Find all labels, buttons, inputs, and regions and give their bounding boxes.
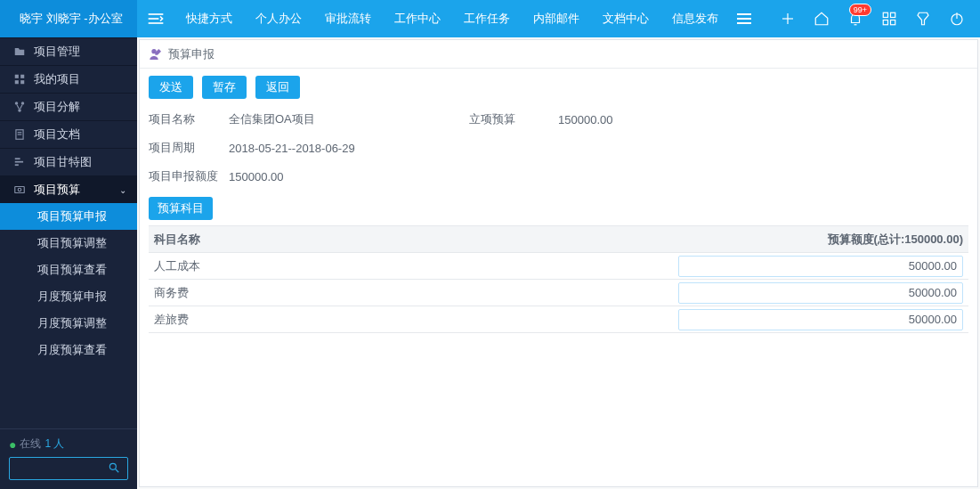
panel-header: 预算申报	[140, 40, 977, 69]
svg-point-15	[109, 463, 116, 469]
table-row: 人工成本	[149, 253, 968, 280]
bell-icon[interactable]: 99+	[841, 0, 870, 37]
sidebar-user: 晓宇 刘晓宇 -办公室	[0, 0, 137, 37]
declare-amount-label: 项目申报额度	[149, 168, 220, 184]
top-nav-item[interactable]: 信息发布	[660, 0, 730, 37]
power-icon[interactable]	[943, 0, 971, 37]
grid-icon	[12, 73, 27, 86]
sidebar-sub-item[interactable]: 月度预算查看	[0, 337, 137, 363]
toolbar: 发送 暂存 返回	[140, 69, 977, 104]
svg-rect-28	[883, 20, 887, 25]
svg-rect-27	[891, 12, 895, 17]
sidebar-item-label: 项目管理	[34, 44, 80, 60]
amount-input[interactable]	[678, 309, 963, 330]
project-name-value: 全信集团OA项目	[229, 111, 460, 127]
presence-icon: ●	[9, 437, 16, 452]
svg-rect-0	[15, 75, 19, 78]
project-name-label: 项目名称	[149, 111, 220, 127]
top-nav-item[interactable]: 内部邮件	[522, 0, 591, 37]
tree-icon	[12, 101, 27, 113]
sidebar-item[interactable]: 项目甘特图	[0, 148, 137, 175]
budget-value: 150000.00	[558, 113, 736, 126]
sidebar-item[interactable]: 项目预算⌄	[0, 175, 137, 203]
top-nav-item[interactable]: 文档中心	[591, 0, 660, 37]
home-icon[interactable]	[807, 0, 836, 37]
back-button[interactable]: 返回	[255, 76, 300, 99]
svg-point-4	[15, 102, 19, 105]
budget-label: 立项预算	[469, 111, 549, 127]
more-icon[interactable]	[730, 0, 758, 37]
apps-icon[interactable]	[875, 0, 903, 37]
svg-point-6	[18, 109, 21, 112]
svg-rect-12	[15, 164, 19, 166]
gantt-icon	[12, 156, 27, 168]
sidebar-footer: ● 在线 1 人	[0, 428, 137, 489]
send-button[interactable]: 发送	[149, 76, 193, 99]
sidebar-item-label: 项目分解	[34, 99, 80, 115]
doc-icon	[12, 128, 27, 141]
folder-icon	[12, 45, 27, 58]
svg-rect-3	[20, 80, 24, 84]
svg-point-14	[18, 188, 21, 192]
top-nav-item[interactable]: 工作任务	[452, 0, 522, 37]
sidebar-search[interactable]	[9, 457, 128, 480]
content: 预算申报 发送 暂存 返回 项目名称 全信集团OA项目 立项预算 150000.…	[137, 37, 980, 489]
item-name: 差旅费	[154, 312, 678, 328]
table-row: 差旅费	[149, 306, 968, 333]
svg-line-16	[116, 469, 119, 472]
svg-rect-29	[891, 20, 895, 25]
sidebar-item[interactable]: 项目文档	[0, 120, 137, 148]
svg-rect-13	[15, 187, 25, 193]
svg-rect-1	[20, 75, 24, 78]
panel: 预算申报 发送 暂存 返回 项目名称 全信集团OA项目 立项预算 150000.…	[139, 39, 978, 487]
menu-toggle-icon[interactable]	[137, 0, 174, 37]
top-nav-item[interactable]: 快捷方式	[174, 0, 244, 37]
chevron-icon: ⌄	[119, 185, 126, 195]
user-pencil-icon	[149, 47, 163, 61]
amount-input[interactable]	[678, 256, 963, 277]
sidebar-sub-item[interactable]: 项目预算申报	[0, 203, 137, 230]
save-button[interactable]: 暂存	[202, 76, 247, 99]
period-value: 2018-05-21--2018-06-29	[229, 142, 736, 155]
sidebar: 晓宇 刘晓宇 -办公室 项目管理我的项目项目分解项目文档项目甘特图项目预算⌄项目…	[0, 0, 137, 489]
item-name: 商务费	[154, 285, 678, 301]
period-label: 项目周期	[149, 140, 220, 156]
theme-icon[interactable]	[909, 0, 937, 37]
item-name: 人工成本	[154, 258, 678, 274]
sidebar-sub-item[interactable]: 项目预算查看	[0, 257, 137, 283]
top-nav-item[interactable]: 工作中心	[383, 0, 452, 37]
notification-badge: 99+	[849, 4, 871, 16]
top-nav: 快捷方式个人办公审批流转工作中心工作任务内部邮件文档中心信息发布	[174, 0, 730, 37]
sidebar-item-label: 项目预算	[34, 182, 80, 198]
user-name: 晓宇 刘晓宇 -办公室	[20, 11, 123, 27]
sidebar-sub-item[interactable]: 项目预算调整	[0, 230, 137, 257]
budget-table: 科目名称 预算额度(总计:150000.00) 人工成本商务费差旅费	[149, 225, 968, 333]
svg-rect-10	[15, 158, 20, 159]
col-name: 科目名称	[154, 232, 678, 248]
sidebar-sub-item[interactable]: 月度预算调整	[0, 310, 137, 337]
amount-input[interactable]	[678, 282, 963, 304]
svg-rect-26	[883, 12, 887, 17]
sidebar-item[interactable]: 项目分解	[0, 93, 137, 120]
form: 项目名称 全信集团OA项目 立项预算 150000.00 项目周期 2018-0…	[140, 104, 977, 188]
svg-rect-2	[15, 80, 19, 84]
svg-rect-11	[15, 161, 23, 163]
budget-items-button[interactable]: 预算科目	[149, 197, 213, 220]
sidebar-item[interactable]: 项目管理	[0, 37, 137, 65]
online-status: ● 在线 1 人	[9, 436, 128, 452]
table-header-row: 科目名称 预算额度(总计:150000.00)	[149, 226, 968, 253]
declare-amount-value: 150000.00	[229, 170, 736, 183]
top-nav-item[interactable]: 审批流转	[313, 0, 383, 37]
topbar-right-icons: 99+	[773, 0, 980, 37]
add-icon[interactable]	[773, 0, 802, 37]
panel-title: 预算申报	[168, 46, 215, 62]
online-label: 在线	[20, 436, 41, 452]
sidebar-item[interactable]: 我的项目	[0, 65, 137, 93]
top-nav-item[interactable]: 个人办公	[244, 0, 313, 37]
topbar: 快捷方式个人办公审批流转工作中心工作任务内部邮件文档中心信息发布 99+	[137, 0, 980, 37]
user-indicator	[9, 12, 14, 26]
section-header: 预算科目	[149, 197, 968, 220]
sidebar-sub-item[interactable]: 月度预算申报	[0, 283, 137, 310]
sidebar-menu: 项目管理我的项目项目分解项目文档项目甘特图项目预算⌄项目预算申报项目预算调整项目…	[0, 37, 137, 428]
online-count: 1 人	[45, 436, 64, 452]
